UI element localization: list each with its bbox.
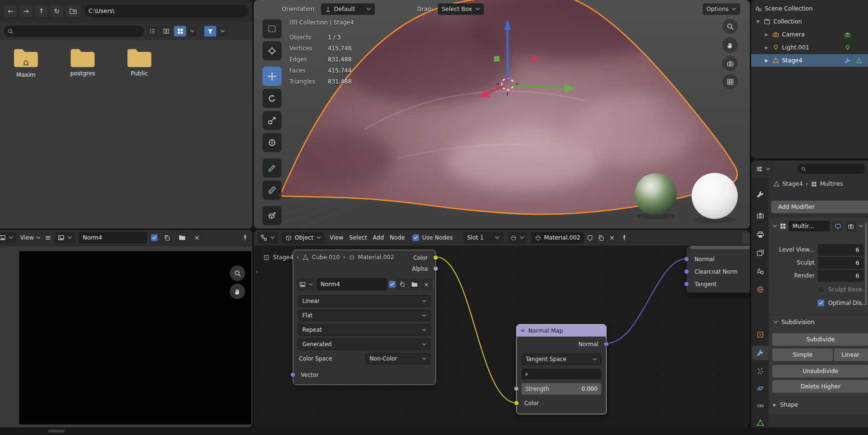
image-texture-node[interactable]: Color Alpha Norm4 × Linear Flat Repeat G… [293,250,436,385]
menu-node[interactable]: Node [389,234,406,241]
tool-scale[interactable] [262,111,282,130]
up-button[interactable]: ↑ [35,5,48,17]
menus-collapsed-icon[interactable]: ≡ [45,233,51,242]
socket-normal-input[interactable] [684,256,689,262]
new-image-button[interactable] [161,232,173,243]
delete-higher-button[interactable]: Delete Higher [772,380,868,393]
image-zoom-button[interactable] [230,266,245,281]
source-select[interactable]: Generated [298,338,431,350]
folder-item[interactable]: postgres [58,47,108,77]
sculpt-field[interactable]: 6 [818,257,864,269]
tab-scene[interactable] [752,264,769,278]
editor-type-button[interactable] [0,232,16,243]
socket-clearcoat-input[interactable] [684,269,689,274]
tool-select-box[interactable] [262,19,282,38]
tool-cursor[interactable] [262,41,282,60]
clipped-header-button[interactable] [742,232,750,243]
filename-filter-input[interactable] [16,28,140,35]
breadcrumb-object[interactable]: Stage4 [273,254,293,261]
properties-search-input[interactable] [809,166,862,172]
breadcrumb-material[interactable]: Material.002 [358,254,394,261]
image-browse-button[interactable] [297,278,315,290]
menu-select[interactable]: Select [348,234,368,241]
camera-data-icon[interactable] [844,32,851,38]
tab-physics[interactable] [752,381,769,396]
new-folder-button[interactable] [65,5,81,17]
collapse-chevron-icon[interactable] [521,328,525,333]
extras-chevron-icon[interactable] [858,224,863,229]
interpolation-select[interactable]: Linear [298,295,431,307]
editor-type-button[interactable] [258,232,278,243]
light-data-icon[interactable] [844,45,851,51]
slot-dropdown[interactable]: Slot 1 [463,232,504,243]
use-nodes-checkbox[interactable] [412,234,419,241]
shader-type-dropdown[interactable]: Object [282,232,325,243]
tool-measure[interactable] [262,181,282,200]
properties-search-field[interactable] [797,164,866,174]
sculpt-base-checkbox[interactable] [818,286,824,293]
tab-object[interactable] [752,327,769,342]
camera-view-button[interactable] [722,56,738,71]
orientation-dropdown[interactable]: Default [321,3,375,15]
ortho-toggle-button[interactable] [722,74,738,89]
pan-button[interactable] [722,37,738,53]
socket-normal-output[interactable] [604,341,609,347]
tab-modifiers[interactable] [752,346,769,360]
filter-settings-dropdown[interactable] [218,26,227,36]
region-toggle-arrow[interactable]: › [256,268,258,275]
copy-image-button[interactable] [397,278,408,290]
modifier-wrench-icon[interactable] [844,58,851,64]
view-menu[interactable]: View [20,234,41,241]
tool-transform[interactable] [262,133,282,152]
unsubdivide-button[interactable]: Unsubdivide [772,365,868,377]
menu-view[interactable]: View [329,234,344,241]
open-image-button[interactable] [409,278,420,290]
tool-add-primitive[interactable] [262,206,282,225]
folder-item[interactable]: Public [114,47,164,77]
subdivision-section-header[interactable]: Subdivision [773,319,815,326]
mirror-sphere[interactable] [634,173,677,216]
breadcrumb-modifier[interactable]: Multires [820,181,843,187]
mesh-data-icon[interactable] [856,58,862,64]
filter-button[interactable] [204,26,216,36]
image-name-field[interactable]: Norm4 [79,232,147,243]
menu-add[interactable]: Add [372,234,385,241]
options-dropdown[interactable]: Options [703,3,740,15]
material-name-field[interactable]: Material.002 [531,232,584,243]
simple-button[interactable]: Simple [772,349,833,361]
image-pan-button[interactable] [230,284,245,299]
normal-map-header[interactable]: Normal Map [517,325,606,337]
uv-map-field[interactable] [521,369,601,379]
display-settings-dropdown[interactable] [188,26,197,36]
back-button[interactable]: ← [4,5,17,17]
unlink-image-button[interactable]: × [191,232,202,243]
add-modifier-button[interactable]: Add Modifier [771,201,868,213]
space-select[interactable]: Tangent Space [521,353,601,365]
outliner-row-camera[interactable]: ▶ Camera [751,28,868,41]
extension-select[interactable]: Repeat [298,324,431,336]
strength-slider[interactable]: Strength 0.000 [521,383,601,395]
zoom-button[interactable] [722,19,738,34]
filename-filter-field[interactable] [4,25,144,37]
forward-button[interactable]: → [19,5,33,17]
drag-dropdown[interactable]: Select Box [438,3,484,15]
image-browse-button[interactable] [55,232,75,243]
subdivide-button[interactable]: Subdivide [772,333,868,346]
display-vertical-list-button[interactable] [146,26,158,36]
folder-item[interactable]: ⌂ Maxim [1,47,51,78]
unlink-image-button[interactable]: × [421,278,432,290]
copy-material-button[interactable] [595,232,606,243]
shape-section-header[interactable]: ▶ Shape [773,401,798,408]
image-canvas[interactable] [19,251,251,424]
pin-button[interactable] [621,234,628,241]
breadcrumb-object[interactable]: Stage4 [782,181,803,187]
unlink-material-button[interactable]: × [607,232,617,243]
socket-tangent-input[interactable] [684,281,689,287]
outliner-root-row[interactable]: Scene Collection [751,2,868,15]
modifier-name-field[interactable]: Multir... [789,221,830,231]
material-browse-button[interactable] [508,232,527,243]
socket-color-output[interactable] [433,255,438,260]
collapse-chevron-icon[interactable] [772,224,777,229]
projection-select[interactable]: Flat [298,310,431,321]
tab-world[interactable] [752,282,769,297]
